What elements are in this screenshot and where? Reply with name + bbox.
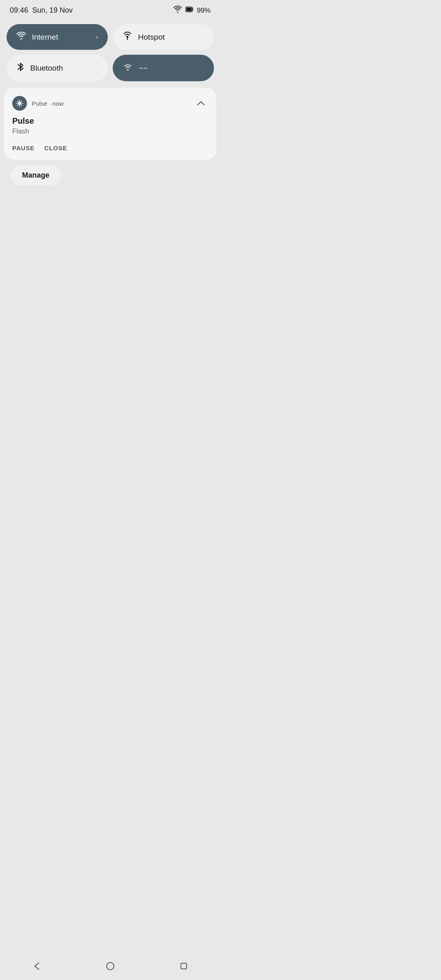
manage-button[interactable]: Manage <box>11 165 61 185</box>
tile-hotspot-label: Hotspot <box>138 33 165 42</box>
tile-network-label: ~~ <box>139 64 148 73</box>
notif-app-icon <box>12 96 27 111</box>
notif-header-left: Pulse · now <box>12 96 64 111</box>
tile-network-signal[interactable]: ~~ <box>113 55 214 81</box>
wifi-tile-icon <box>16 32 26 42</box>
notif-app-meta: Pulse · now <box>32 100 64 107</box>
date: Sun, 19 Nov <box>32 6 73 15</box>
time: 09:46 <box>10 6 28 15</box>
wifi-partial-icon <box>122 62 133 74</box>
notif-header: Pulse · now <box>12 96 208 111</box>
notification-card: Pulse · now Pulse Flash PAUSE CLOSE <box>4 88 216 160</box>
wifi-icon <box>173 6 182 15</box>
tile-internet[interactable]: Internet › <box>7 24 108 50</box>
svg-rect-1 <box>186 8 192 11</box>
svg-point-3 <box>18 102 21 105</box>
pause-button[interactable]: PAUSE <box>12 143 35 153</box>
battery-percentage: 99% <box>197 7 211 15</box>
notif-subtitle: Flash <box>12 127 208 136</box>
battery-icon <box>185 6 194 15</box>
notif-actions: PAUSE CLOSE <box>12 143 208 153</box>
status-icons: 99% <box>173 6 211 15</box>
chevron-right-icon: › <box>96 33 98 41</box>
close-button[interactable]: CLOSE <box>45 143 67 153</box>
tile-internet-label: Internet <box>32 33 58 42</box>
notification-area: Pulse · now Pulse Flash PAUSE CLOSE Mana… <box>0 88 220 192</box>
status-bar: 09:46 Sun, 19 Nov 99% <box>0 0 220 19</box>
quick-tiles-grid: Internet › Hotspot Bluetooth <box>0 19 220 88</box>
notif-separator: · <box>49 100 52 107</box>
tile-bluetooth[interactable]: Bluetooth <box>7 55 108 81</box>
hotspot-icon <box>122 31 132 42</box>
notif-app-name: Pulse <box>32 100 47 107</box>
tile-hotspot[interactable]: Hotspot <box>113 24 214 50</box>
expand-button[interactable] <box>194 96 208 111</box>
time-date: 09:46 Sun, 19 Nov <box>10 6 73 15</box>
bluetooth-icon <box>16 62 24 74</box>
notif-title: Pulse <box>12 116 208 126</box>
notif-time: now <box>52 100 64 107</box>
tile-bluetooth-label: Bluetooth <box>30 64 63 73</box>
